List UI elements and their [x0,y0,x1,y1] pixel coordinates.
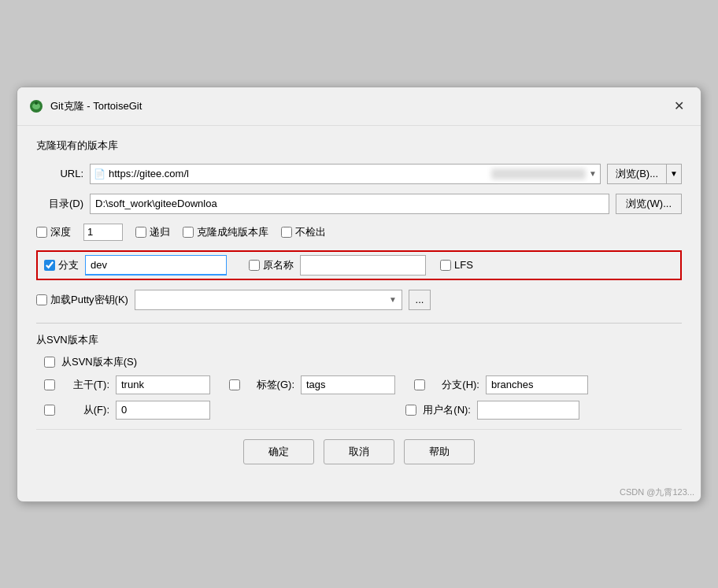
url-input-wrapper[interactable]: 📄 ▼ [90,164,601,184]
from-svn-checkbox[interactable] [44,357,55,368]
footer-note: CSDN @九霄123... [17,483,701,501]
url-blurred [491,168,586,179]
browse-url-arrow[interactable]: ▼ [666,164,682,184]
dialog-title: Git克隆 - TortoiseGit [50,99,142,113]
from-svn-row: 从SVN版本库(S) [44,355,682,369]
branch-checkbox-group: 分支 [44,258,79,272]
tags-label: 标签(G): [243,378,294,392]
browse-directory-button[interactable]: 浏览(W)... [616,194,682,214]
file-icon: 📄 [94,168,105,179]
username-checkbox-group: 用户名(N): [405,403,471,417]
putty-label: 加载Putty密钥(K) [50,293,128,307]
from-input[interactable]: 0 [116,401,210,420]
url-row: URL: 📄 ▼ 浏览(B)... ▼ [36,164,682,184]
svn-branch-checkbox-group: 分支(H): [414,378,479,392]
original-name-group: 原名称 [249,258,294,272]
directory-label: 目录(D) [36,197,83,211]
url-dropdown-arrow: ▼ [589,169,597,178]
directory-row: 目录(D) 浏览(W)... [36,194,682,214]
cancel-button[interactable]: 取消 [324,439,394,464]
original-name-label: 原名称 [263,258,294,272]
clone-pure-checkbox[interactable] [183,227,194,238]
clone-section-title: 克隆现有的版本库 [36,139,682,153]
tags-checkbox-group: 标签(G): [229,378,294,392]
svn-branch-label: 分支(H): [428,378,479,392]
browse-url-button[interactable]: 浏览(B)... [607,164,666,184]
from-checkbox[interactable] [44,405,55,416]
putty-checkbox-group: 加载Putty密钥(K) [36,293,128,307]
putty-row: 加载Putty密钥(K) ▼ ... [36,290,682,310]
depth-input[interactable]: 1 [83,224,123,241]
branches-input[interactable]: branches [486,375,588,394]
browse-url-button-group: 浏览(B)... ▼ [607,164,682,184]
from-checkbox-group: 从(F): [44,403,109,417]
tags-checkbox[interactable] [229,379,240,390]
putty-extra-button[interactable]: ... [409,290,431,310]
username-input[interactable] [477,401,579,420]
username-checkbox[interactable] [405,405,416,416]
recursive-label: 递归 [150,225,170,239]
trunk-input[interactable]: trunk [116,375,210,394]
title-bar-left: Git克隆 - TortoiseGit [28,98,142,114]
no-check-group: 不检出 [281,225,326,239]
trunk-checkbox-group: 主干(T): [44,378,109,392]
depth-checkbox[interactable] [36,227,47,238]
no-check-label: 不检出 [295,225,326,239]
original-name-input[interactable] [300,255,426,276]
branch-input[interactable] [85,255,227,276]
recursive-group: 递归 [135,225,170,239]
from-svn-label: 从SVN版本库(S) [61,355,137,369]
tortoise-icon [28,98,44,114]
putty-dropdown[interactable]: ▼ [135,290,402,310]
lfs-checkbox[interactable] [440,260,451,271]
svn-trunk-row: 主干(T): trunk 标签(G): tags 分支(H): branches [44,375,682,394]
title-bar: Git克隆 - TortoiseGit ✕ [17,87,701,126]
recursive-checkbox[interactable] [135,227,146,238]
depth-label: 深度 [50,225,71,239]
svn-branch-checkbox[interactable] [414,379,425,390]
svn-inner: 从SVN版本库(S) 主干(T): trunk 标签(G): tags [36,355,682,420]
help-button[interactable]: 帮助 [404,439,475,464]
branch-label: 分支 [58,258,79,272]
from-label: 从(F): [58,403,109,417]
svn-section: 从SVN版本库 从SVN版本库(S) 主干(T): trunk [36,323,682,420]
directory-input[interactable] [90,194,609,214]
svn-section-title: 从SVN版本库 [36,333,682,347]
lfs-label: LFS [454,259,473,271]
tags-input[interactable]: tags [301,375,395,394]
bottom-buttons: 确定 取消 帮助 [36,429,682,471]
close-button[interactable]: ✕ [668,95,690,117]
trunk-checkbox[interactable] [44,379,55,390]
putty-checkbox[interactable] [36,294,47,305]
svg-point-2 [35,102,38,105]
no-check-checkbox[interactable] [281,227,292,238]
clone-pure-group: 克隆成纯版本库 [183,225,268,239]
svn-from-row: 从(F): 0 用户名(N): [44,401,682,420]
git-clone-dialog: Git克隆 - TortoiseGit ✕ 克隆现有的版本库 URL: 📄 ▼ … [17,87,701,502]
username-label: 用户名(N): [420,403,471,417]
lfs-group: LFS [440,259,473,271]
original-name-checkbox[interactable] [249,260,260,271]
url-label: URL: [36,168,83,179]
depth-group: 深度 [36,225,71,239]
clone-pure-label: 克隆成纯版本库 [197,225,268,239]
branch-checkbox[interactable] [44,260,55,271]
putty-dropdown-arrow: ▼ [389,295,397,304]
trunk-label: 主干(T): [58,378,109,392]
url-input[interactable] [109,168,488,179]
options-row: 深度 1 递归 克隆成纯版本库 不检出 [36,224,682,241]
dialog-content: 克隆现有的版本库 URL: 📄 ▼ 浏览(B)... ▼ 目录(D) 浏览(W)… [17,126,701,483]
branch-row: 分支 原名称 LFS [36,250,682,280]
ok-button[interactable]: 确定 [243,439,314,464]
